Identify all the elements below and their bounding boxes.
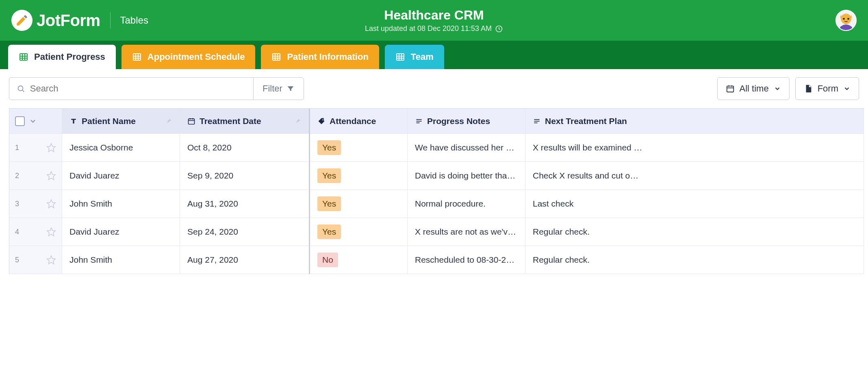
tab-label: Appointment Schedule	[148, 52, 245, 62]
cell-progress-notes[interactable]: We have discussed her me…	[408, 134, 525, 162]
pin-icon[interactable]	[294, 118, 302, 125]
cell-next-plan[interactable]: Regular check.	[525, 246, 864, 274]
svg-rect-12	[133, 54, 141, 60]
col-header-patient-name[interactable]: Patient Name	[62, 109, 180, 134]
col-header-next-plan[interactable]: Next Treatment Plan	[525, 109, 864, 134]
search-input[interactable]	[30, 83, 246, 94]
attendance-badge: Yes	[317, 196, 341, 211]
cell-attendance[interactable]: Yes	[310, 134, 408, 162]
svg-point-2	[841, 13, 851, 24]
svg-rect-34	[189, 119, 195, 124]
row-number: 4	[15, 228, 19, 236]
row-number: 1	[15, 144, 19, 152]
star-icon[interactable]	[46, 143, 56, 152]
cell-treatment-date[interactable]: Oct 8, 2020	[180, 134, 310, 162]
chevron-down-icon[interactable]	[29, 117, 37, 125]
row-selector[interactable]: 2	[9, 162, 62, 190]
row-selector[interactable]: 5	[9, 246, 62, 274]
svg-rect-7	[20, 54, 27, 60]
tab-patient-information[interactable]: Patient Information	[261, 45, 379, 69]
col-header-treatment-date[interactable]: Treatment Date	[180, 109, 310, 134]
row-selector[interactable]: 1	[9, 134, 62, 162]
svg-marker-47	[47, 200, 55, 208]
filter-button[interactable]: Filter	[253, 78, 304, 100]
pencil-icon	[11, 10, 33, 31]
attendance-badge: Yes	[317, 224, 341, 239]
cell-treatment-date[interactable]: Sep 9, 2020	[180, 162, 310, 190]
row-selector[interactable]: 3	[9, 190, 62, 218]
timerange-button[interactable]: All time	[717, 77, 790, 100]
cell-next-plan[interactable]: X results will be examined …	[525, 134, 864, 162]
cell-progress-notes[interactable]: Normal procedure.	[408, 190, 525, 218]
cell-patient-name[interactable]: John Smith	[62, 190, 180, 218]
row-selector[interactable]: 4	[9, 218, 62, 246]
form-button[interactable]: Form	[795, 77, 859, 100]
last-updated-text: Last updated at 08 Dec 2020 11:53 AM	[365, 24, 492, 33]
brand-name: JotForm	[37, 11, 100, 30]
svg-marker-46	[47, 172, 55, 180]
tab-appointment-schedule[interactable]: Appointment Schedule	[122, 45, 256, 69]
star-icon[interactable]	[46, 199, 56, 209]
tab-label: Patient Progress	[34, 52, 105, 62]
svg-line-28	[22, 90, 24, 92]
tab-team[interactable]: Team	[385, 45, 444, 69]
row-number: 5	[15, 256, 19, 264]
select-all-checkbox[interactable]	[15, 116, 25, 126]
form-label: Form	[818, 83, 838, 94]
svg-marker-45	[47, 144, 55, 152]
tab-patient-progress[interactable]: Patient Progress	[8, 45, 116, 69]
cell-patient-name[interactable]: John Smith	[62, 246, 180, 274]
avatar[interactable]	[835, 10, 857, 31]
toolbar: Filter All time Form	[0, 69, 868, 108]
cell-attendance[interactable]: Yes	[310, 162, 408, 190]
cell-treatment-date[interactable]: Sep 24, 2020	[180, 218, 310, 246]
section-label[interactable]: Tables	[120, 15, 148, 26]
svg-point-27	[18, 86, 23, 91]
cell-attendance[interactable]: Yes	[310, 190, 408, 218]
svg-rect-17	[273, 54, 280, 60]
star-icon[interactable]	[46, 171, 56, 181]
search-filter-group: Filter	[9, 77, 304, 100]
row-number: 2	[15, 172, 19, 180]
svg-marker-48	[47, 228, 55, 236]
cell-treatment-date[interactable]: Aug 27, 2020	[180, 246, 310, 274]
table-icon	[132, 52, 142, 62]
text-icon	[69, 117, 78, 125]
history-icon[interactable]	[495, 25, 503, 33]
paragraph-icon	[533, 117, 541, 125]
table-icon	[19, 52, 28, 62]
select-all-header	[9, 109, 62, 134]
filter-icon	[286, 85, 295, 93]
page-subtitle: Last updated at 08 Dec 2020 11:53 AM	[365, 24, 503, 33]
cell-next-plan[interactable]: Last check	[525, 190, 864, 218]
data-table: Patient Name Treatment Date Attendance P…	[0, 108, 868, 278]
form-icon	[804, 84, 813, 93]
cell-treatment-date[interactable]: Aug 31, 2020	[180, 190, 310, 218]
star-icon[interactable]	[46, 227, 56, 237]
col-header-attendance[interactable]: Attendance	[310, 109, 408, 134]
cell-progress-notes[interactable]: David is doing better than …	[408, 162, 525, 190]
cell-next-plan[interactable]: Check X results and cut o…	[525, 162, 864, 190]
cell-patient-name[interactable]: David Juarez	[62, 218, 180, 246]
svg-point-5	[843, 18, 845, 20]
cell-patient-name[interactable]: Jessica Osborne	[62, 134, 180, 162]
cell-attendance[interactable]: No	[310, 246, 408, 274]
col-header-progress-notes[interactable]: Progress Notes	[408, 109, 525, 134]
search-icon	[17, 84, 25, 93]
cell-next-plan[interactable]: Regular check.	[525, 218, 864, 246]
brand-logo[interactable]: JotForm	[11, 10, 100, 31]
cell-attendance[interactable]: Yes	[310, 218, 408, 246]
tab-label: Patient Information	[287, 52, 368, 62]
calendar-icon	[187, 117, 195, 125]
chevron-down-icon	[774, 85, 781, 92]
chevron-down-icon	[843, 85, 851, 92]
cell-patient-name[interactable]: David Juarez	[62, 162, 180, 190]
svg-marker-49	[47, 256, 55, 264]
star-icon[interactable]	[46, 255, 56, 265]
cell-progress-notes[interactable]: Rescheduled to 08-30-2020.	[408, 246, 525, 274]
timerange-label: All time	[740, 83, 769, 94]
page-title: Healthcare CRM	[365, 8, 503, 23]
vertical-divider	[110, 12, 111, 28]
cell-progress-notes[interactable]: X results are not as we've …	[408, 218, 525, 246]
pin-icon[interactable]	[165, 118, 172, 125]
